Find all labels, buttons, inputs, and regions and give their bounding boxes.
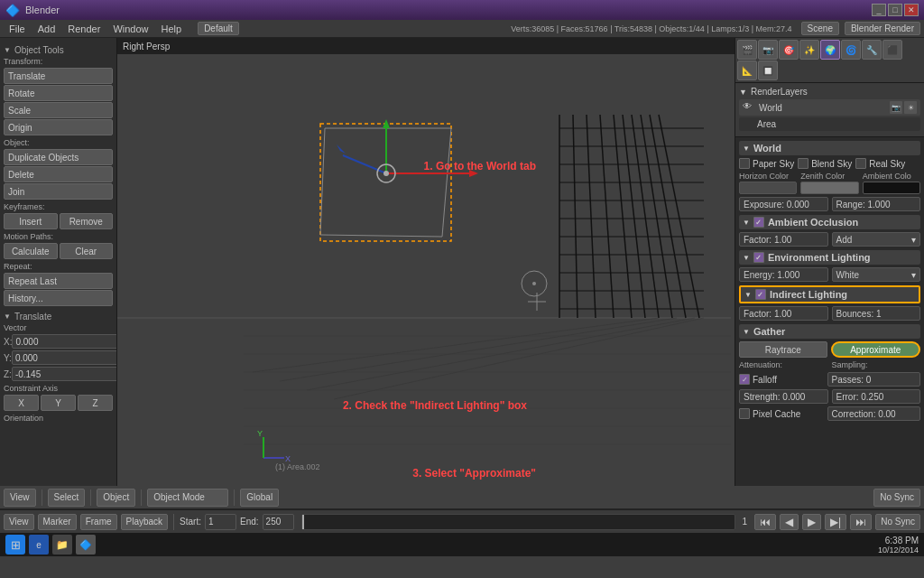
- repeat-last-button[interactable]: Repeat Last: [4, 273, 113, 289]
- material-prop-icon[interactable]: ⬛: [882, 40, 902, 60]
- end-input[interactable]: [263, 514, 294, 530]
- next-frame-btn[interactable]: ▶|: [825, 514, 846, 530]
- render-engine-label[interactable]: Blender Render: [845, 22, 920, 35]
- z-input[interactable]: [12, 367, 117, 381]
- skip-end-btn[interactable]: ⏭: [850, 514, 872, 530]
- timeline-frame-btn[interactable]: Frame: [80, 514, 117, 530]
- render-prop-icon[interactable]: 🎬: [737, 40, 757, 60]
- modifier-prop-icon[interactable]: 🔧: [862, 40, 882, 60]
- timeline-view-btn[interactable]: View: [4, 514, 34, 530]
- render-layers-icon[interactable]: 🎯: [779, 40, 799, 60]
- menu-add[interactable]: Add: [32, 22, 61, 36]
- delete-button[interactable]: Delete: [4, 166, 113, 182]
- correction-field[interactable]: Correction: 0.00: [827, 406, 921, 421]
- area-item[interactable]: Area: [739, 117, 920, 131]
- env-checkbox[interactable]: ✓: [753, 252, 764, 263]
- axis-y-button[interactable]: Y: [41, 395, 76, 411]
- select-button[interactable]: Select: [48, 489, 86, 507]
- timeline-playback-btn[interactable]: Playback: [121, 514, 169, 530]
- minimize-button[interactable]: _: [872, 4, 886, 16]
- ie-icon[interactable]: e: [29, 535, 49, 555]
- svg-point-44: [383, 171, 389, 176]
- scene-label[interactable]: Scene: [801, 22, 839, 35]
- env-energy-field[interactable]: Energy: 1.000: [739, 267, 828, 282]
- prev-frame-btn[interactable]: ◀: [780, 514, 799, 530]
- y-input[interactable]: [12, 350, 117, 365]
- view-button[interactable]: View: [4, 489, 36, 507]
- falloff-btn[interactable]: ✓ Falloff: [739, 374, 824, 385]
- passes-field[interactable]: Passes: 0: [827, 372, 921, 387]
- indirect-lighting-header[interactable]: ✓ Indirect Lighting: [739, 285, 920, 303]
- start-button[interactable]: ⊞: [5, 535, 25, 555]
- no-sync-timeline-btn[interactable]: No Sync: [875, 514, 920, 530]
- scale-button[interactable]: Scale: [4, 102, 113, 118]
- horizon-color-swatch[interactable]: [739, 182, 797, 194]
- axis-x-button[interactable]: X: [4, 395, 39, 411]
- render-layers-item[interactable]: 👁 World 📷 ☀: [739, 99, 920, 116]
- zenith-color-swatch[interactable]: [800, 182, 858, 194]
- gather-header[interactable]: Gather: [739, 324, 920, 339]
- object-mode-select[interactable]: Object Mode: [147, 489, 228, 507]
- svg-rect-35: [320, 124, 451, 241]
- blender-taskbar-icon[interactable]: 🔷: [76, 535, 96, 555]
- insert-button[interactable]: Insert: [4, 213, 58, 229]
- rl-icon-sun[interactable]: ☀: [904, 101, 917, 114]
- start-input[interactable]: [205, 514, 236, 530]
- paper-sky-btn[interactable]: Paper Sky: [739, 158, 794, 169]
- play-btn[interactable]: ▶: [802, 514, 821, 530]
- world-prop-icon[interactable]: 🌍: [820, 40, 840, 60]
- workspace-label[interactable]: Default: [198, 22, 239, 35]
- timeline-track[interactable]: [301, 514, 735, 530]
- scene-prop-icon[interactable]: ✨: [799, 40, 819, 60]
- menu-file[interactable]: File: [4, 22, 31, 36]
- remove-button[interactable]: Remove: [60, 213, 114, 229]
- history-button[interactable]: History...: [4, 290, 113, 306]
- folder-icon[interactable]: 📁: [52, 535, 72, 555]
- particles-prop-icon[interactable]: 🔲: [758, 61, 778, 80]
- ambient-occlusion-header[interactable]: ✓ Ambient Occlusion: [739, 215, 920, 229]
- no-sync-select[interactable]: No Sync: [873, 489, 920, 507]
- x-input[interactable]: [12, 334, 117, 349]
- skip-start-btn[interactable]: ⏮: [754, 514, 776, 530]
- ambient-color-swatch[interactable]: [863, 182, 920, 194]
- clear-button[interactable]: Clear: [60, 243, 114, 259]
- bounces-field[interactable]: Bounces: 1: [832, 306, 921, 321]
- translate-button[interactable]: Translate: [4, 68, 113, 84]
- duplicate-objects-button[interactable]: Duplicate Objects: [4, 149, 113, 165]
- ao-factor-field[interactable]: Factor: 1.00: [739, 232, 828, 247]
- indirect-factor-field[interactable]: Factor: 1.00: [739, 306, 828, 321]
- texture-prop-icon[interactable]: 📐: [737, 61, 757, 80]
- object-prop-icon[interactable]: 🌀: [841, 40, 861, 60]
- menu-help[interactable]: Help: [156, 22, 188, 36]
- env-lighting-header[interactable]: ✓ Environment Lighting: [739, 250, 920, 265]
- range-field[interactable]: Range: 1.000: [832, 197, 921, 211]
- origin-button[interactable]: Origin: [4, 119, 113, 135]
- env-white-select[interactable]: White ▾: [832, 267, 921, 282]
- calculate-button[interactable]: Calculate: [4, 243, 58, 259]
- maximize-button[interactable]: □: [888, 4, 902, 16]
- indirect-lighting-checkbox[interactable]: ✓: [755, 289, 766, 300]
- join-button[interactable]: Join: [4, 183, 113, 200]
- rl-icon-camera[interactable]: 📷: [890, 101, 902, 114]
- menu-render[interactable]: Render: [62, 22, 106, 36]
- timeline-marker-btn[interactable]: Marker: [38, 514, 77, 530]
- raytrace-button[interactable]: Raytrace: [739, 341, 827, 358]
- camera-prop-icon[interactable]: 📷: [758, 40, 778, 60]
- approximate-button[interactable]: Approximate: [831, 341, 921, 358]
- ao-add-select[interactable]: Add ▾: [832, 232, 921, 247]
- blend-sky-btn[interactable]: Blend Sky: [798, 158, 852, 169]
- clock: 6:38 PM 10/12/2014: [878, 536, 919, 555]
- pixel-cache-btn[interactable]: Pixel Cache: [739, 408, 824, 419]
- close-button[interactable]: ✕: [904, 4, 919, 16]
- global-select[interactable]: Global: [240, 489, 279, 507]
- ao-checkbox[interactable]: ✓: [753, 217, 764, 228]
- strength-field[interactable]: Strength: 0.000: [739, 389, 828, 404]
- world-section-header[interactable]: World: [739, 141, 920, 155]
- rotate-button[interactable]: Rotate: [4, 85, 113, 101]
- real-sky-btn[interactable]: Real Sky: [855, 158, 905, 169]
- exposure-field[interactable]: Exposure: 0.000: [739, 197, 828, 211]
- object-button[interactable]: Object: [97, 489, 135, 507]
- menu-window[interactable]: Window: [107, 22, 153, 36]
- axis-z-button[interactable]: Z: [78, 395, 113, 411]
- error-field[interactable]: Error: 0.250: [832, 389, 921, 404]
